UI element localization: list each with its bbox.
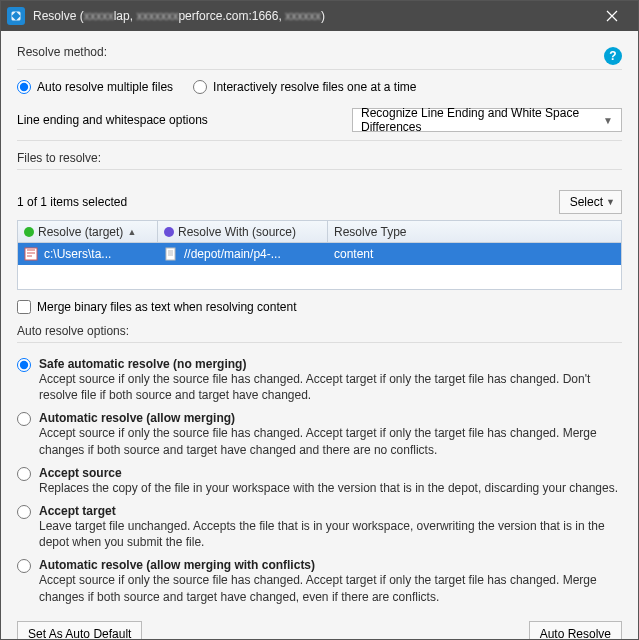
opt-safe-auto[interactable]: Safe automatic resolve (no merging) Acce… bbox=[17, 357, 622, 403]
source-dot-icon bbox=[164, 227, 174, 237]
chevron-down-icon: ▼ bbox=[606, 197, 615, 207]
titlebar: Resolve (xxxxxlap, xxxxxxxperforce.com:1… bbox=[1, 1, 638, 31]
selection-count: 1 of 1 items selected bbox=[17, 195, 127, 209]
file-icon bbox=[24, 247, 38, 261]
resolve-method-group: Auto resolve multiple files Interactivel… bbox=[17, 80, 622, 94]
sort-asc-icon: ▲ bbox=[127, 227, 136, 237]
files-to-resolve-label: Files to resolve: bbox=[17, 151, 622, 165]
radio-auto-resolve[interactable]: Auto resolve multiple files bbox=[17, 80, 173, 94]
opt-desc: Replaces the copy of the file in your wo… bbox=[39, 480, 622, 496]
opt-title: Safe automatic resolve (no merging) bbox=[39, 357, 622, 371]
svg-rect-2 bbox=[166, 248, 175, 260]
line-ending-label: Line ending and whitespace options bbox=[17, 113, 208, 127]
opt-title: Automatic resolve (allow merging with co… bbox=[39, 558, 622, 572]
opt-accept-target[interactable]: Accept target Leave target file unchange… bbox=[17, 504, 622, 550]
radio-auto-resolve-label: Auto resolve multiple files bbox=[37, 80, 173, 94]
chevron-down-icon: ▼ bbox=[603, 115, 613, 126]
help-icon[interactable]: ? bbox=[604, 47, 622, 65]
col-resolve-source[interactable]: Resolve With (source) bbox=[158, 221, 328, 242]
opt-auto-merge-radio[interactable] bbox=[17, 412, 31, 426]
select-button[interactable]: Select ▼ bbox=[559, 190, 622, 214]
auto-resolve-button[interactable]: Auto Resolve bbox=[529, 621, 622, 640]
window-title: Resolve (xxxxxlap, xxxxxxxperforce.com:1… bbox=[33, 9, 592, 23]
line-ending-selected: Recognize Line Ending and White Space Di… bbox=[361, 106, 603, 134]
target-dot-icon bbox=[24, 227, 34, 237]
opt-desc: Leave target file unchanged. Accepts the… bbox=[39, 518, 622, 550]
col-resolve-type[interactable]: Resolve Type bbox=[328, 221, 621, 242]
table-row[interactable]: c:\Users\ta... //depot/main/p4-... conte… bbox=[18, 243, 621, 265]
auto-resolve-options: Safe automatic resolve (no merging) Acce… bbox=[17, 357, 622, 613]
set-as-default-button[interactable]: Set As Auto Default bbox=[17, 621, 142, 640]
opt-desc: Accept source if only the source file ha… bbox=[39, 371, 622, 403]
close-button[interactable] bbox=[592, 1, 632, 31]
opt-accept-source-radio[interactable] bbox=[17, 467, 31, 481]
table-header: Resolve (target) ▲ Resolve With (source)… bbox=[18, 221, 621, 243]
file-icon bbox=[164, 247, 178, 261]
opt-desc: Accept source if only the source file ha… bbox=[39, 572, 622, 604]
opt-auto-merge-conflicts-radio[interactable] bbox=[17, 559, 31, 573]
radio-auto-resolve-input[interactable] bbox=[17, 80, 31, 94]
resolve-method-label: Resolve method: bbox=[17, 45, 107, 59]
opt-safe-auto-radio[interactable] bbox=[17, 358, 31, 372]
merge-binary-checkbox[interactable]: Merge binary files as text when resolvin… bbox=[17, 300, 622, 314]
app-icon bbox=[7, 7, 25, 25]
col-resolve-target[interactable]: Resolve (target) ▲ bbox=[18, 221, 158, 242]
opt-desc: Accept source if only the source file ha… bbox=[39, 425, 622, 457]
opt-accept-target-radio[interactable] bbox=[17, 505, 31, 519]
cell-source: //depot/main/p4-... bbox=[184, 247, 281, 261]
merge-binary-label: Merge binary files as text when resolvin… bbox=[37, 300, 296, 314]
select-button-label: Select bbox=[570, 195, 603, 209]
merge-binary-input[interactable] bbox=[17, 300, 31, 314]
opt-title: Accept source bbox=[39, 466, 622, 480]
radio-interactive-resolve[interactable]: Interactively resolve files one at a tim… bbox=[193, 80, 416, 94]
opt-accept-source[interactable]: Accept source Replaces the copy of the f… bbox=[17, 466, 622, 496]
opt-title: Accept target bbox=[39, 504, 622, 518]
line-ending-dropdown[interactable]: Recognize Line Ending and White Space Di… bbox=[352, 108, 622, 132]
opt-title: Automatic resolve (allow merging) bbox=[39, 411, 622, 425]
files-table: Resolve (target) ▲ Resolve With (source)… bbox=[17, 220, 622, 290]
auto-resolve-options-label: Auto resolve options: bbox=[17, 324, 622, 338]
cell-target: c:\Users\ta... bbox=[44, 247, 111, 261]
radio-interactive-resolve-input[interactable] bbox=[193, 80, 207, 94]
opt-auto-merge[interactable]: Automatic resolve (allow merging) Accept… bbox=[17, 411, 622, 457]
radio-interactive-resolve-label: Interactively resolve files one at a tim… bbox=[213, 80, 416, 94]
cell-type: content bbox=[334, 247, 373, 261]
opt-auto-merge-conflicts[interactable]: Automatic resolve (allow merging with co… bbox=[17, 558, 622, 604]
